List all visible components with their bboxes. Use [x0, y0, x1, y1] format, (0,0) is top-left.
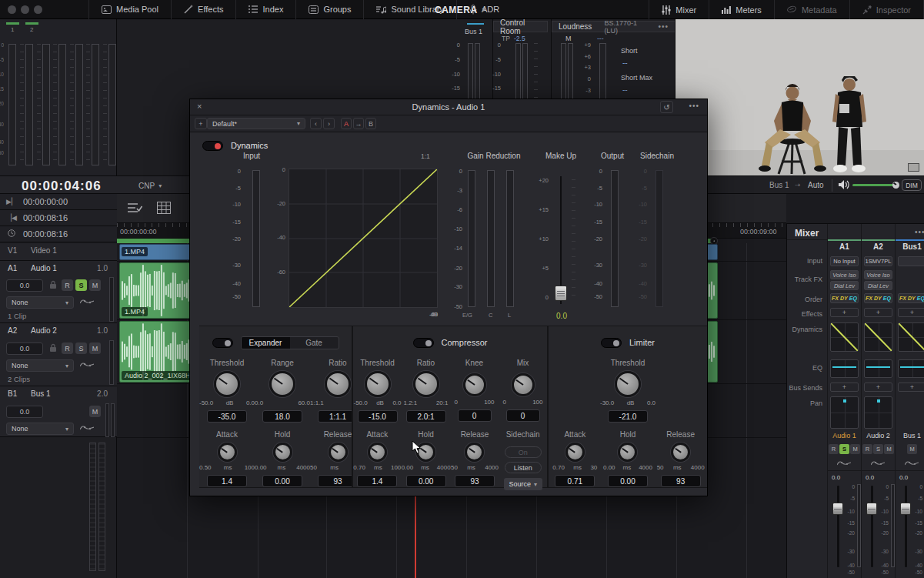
bus1-add-effect-button[interactable]: +: [898, 308, 924, 317]
bus1-fader-handle[interactable]: [900, 503, 911, 515]
a1-trackfx-diallev[interactable]: Dial Lev: [830, 281, 859, 290]
compressor-ratio-value[interactable]: 2.0:1: [406, 410, 446, 423]
window-close-button[interactable]: [8, 5, 16, 14]
a2-solo-button[interactable]: S: [873, 444, 883, 454]
track-header-b1[interactable]: B1 Bus 1 2.0: [0, 386, 117, 403]
limiter-hold-knob[interactable]: [618, 443, 637, 462]
expander-threshold-value[interactable]: -35.0: [207, 410, 247, 423]
expander-release-knob[interactable]: [329, 443, 348, 462]
sidechain-listen-button[interactable]: Listen: [505, 462, 542, 473]
speaker-icon[interactable]: [839, 179, 850, 192]
compressor-ratio-knob[interactable]: [413, 371, 439, 397]
compressor-mix-knob[interactable]: [512, 373, 535, 396]
next-preset-button[interactable]: ›: [323, 118, 335, 129]
loudness-tab[interactable]: Loudness BS.1770-1 (LU) •••: [552, 21, 675, 32]
compressor-threshold-knob[interactable]: [365, 371, 391, 397]
track-list-icon[interactable]: [128, 202, 143, 215]
b1-plugin-dropdown[interactable]: None▾: [6, 423, 74, 435]
a1-solo-button[interactable]: S: [75, 279, 87, 291]
limiter-release-value[interactable]: 93: [661, 475, 701, 487]
track-header-a2[interactable]: A2 Audio 2 1.0: [0, 323, 117, 340]
limiter-release-knob[interactable]: [671, 443, 690, 462]
media-pool-button[interactable]: Media Pool: [88, 0, 171, 19]
expander-attack-knob[interactable]: [218, 443, 237, 462]
bus1-eq-thumbnail[interactable]: [898, 359, 924, 378]
b1-gain-field[interactable]: 0.0: [6, 406, 43, 418]
a1-eq-thumbnail[interactable]: [830, 359, 859, 378]
automation-curve-icon[interactable]: [80, 298, 94, 307]
a1-record-button[interactable]: R: [829, 444, 839, 454]
compressor-threshold-value[interactable]: -15.0: [358, 410, 398, 423]
a1-bus-send-button[interactable]: +: [830, 383, 859, 392]
monitor-mode-label[interactable]: Auto: [808, 181, 824, 189]
expander-threshold-knob[interactable]: [214, 371, 240, 397]
limiter-hold-value[interactable]: 0.00: [608, 475, 648, 487]
automation-curve-icon[interactable]: [837, 459, 851, 469]
limiter-threshold-value[interactable]: -21.0: [608, 410, 648, 423]
compressor-mix-value[interactable]: 0: [506, 409, 540, 422]
add-preset-button[interactable]: +: [195, 118, 207, 129]
a2-fader-value[interactable]: 0.0: [866, 474, 874, 481]
expander-hold-knob[interactable]: [273, 443, 292, 462]
ab-compare-b-button[interactable]: B: [365, 118, 376, 129]
compressor-enable-toggle[interactable]: [413, 338, 434, 348]
sidechain-source-dropdown[interactable]: Source▾: [504, 478, 542, 490]
bus1-order-cell[interactable]: FXDYEQ: [898, 293, 924, 303]
limiter-attack-knob[interactable]: [565, 443, 585, 462]
a1-fader-handle[interactable]: [832, 503, 843, 515]
monitor-volume-slider[interactable]: [852, 184, 897, 186]
makeup-value[interactable]: 0.0: [550, 312, 573, 320]
a2-dynamics-thumbnail[interactable]: [864, 322, 892, 352]
compressor-knee-knob[interactable]: [463, 373, 486, 396]
inspector-toggle-button[interactable]: Inspector: [849, 0, 924, 19]
bus1-name[interactable]: Bus 1: [896, 432, 924, 439]
ab-compare-a-button[interactable]: A: [341, 118, 352, 129]
a2-name[interactable]: Audio 2: [862, 432, 895, 439]
dynamics-enable-toggle[interactable]: [202, 141, 223, 151]
a1-order-cell[interactable]: FXDYEQ: [830, 293, 859, 303]
meters-toggle-button[interactable]: Meters: [709, 0, 774, 19]
bus1-fader-track[interactable]: [905, 486, 907, 567]
a1-mute-button[interactable]: M: [89, 279, 101, 291]
lock-icon[interactable]: [49, 343, 57, 354]
sidechain-on-button[interactable]: On: [505, 446, 542, 458]
index-button[interactable]: Index: [235, 0, 295, 19]
dialog-titlebar[interactable]: × Dynamics - Audio 1 ↺ •••: [190, 99, 707, 115]
limiter-threshold-knob[interactable]: [615, 371, 641, 397]
automation-curve-icon[interactable]: [80, 361, 94, 370]
a1-solo-button[interactable]: S: [839, 444, 849, 454]
bus1-fader-value[interactable]: 0.0: [899, 474, 908, 481]
a2-input-select[interactable]: 1SMV7PL: [864, 256, 892, 266]
compressor-release-value[interactable]: 93: [455, 475, 495, 487]
expander-attack-value[interactable]: 1.4: [207, 475, 247, 487]
expander-enable-toggle[interactable]: [212, 338, 233, 348]
a1-add-effect-button[interactable]: +: [830, 308, 859, 317]
bus1-input-select[interactable]: [898, 256, 924, 266]
limiter-enable-toggle[interactable]: [601, 338, 622, 348]
effects-button[interactable]: Effects: [171, 0, 235, 19]
bus1-mute-button[interactable]: M: [907, 444, 917, 454]
a1-plugin-dropdown[interactable]: None▾: [6, 296, 74, 309]
mixer-strip-bus1[interactable]: Bus1 FXDYEQ + + Bus 1 M 0.0 0-5-10-15-20…: [895, 224, 924, 578]
a1-gain-field[interactable]: 0.0: [6, 279, 43, 292]
a2-plugin-dropdown[interactable]: None▾: [6, 359, 74, 372]
a1-name[interactable]: Audio 1: [828, 432, 861, 439]
a2-pan-thumbnail[interactable]: [864, 396, 892, 429]
expander-range-value[interactable]: 18.0: [262, 410, 302, 423]
a2-mute-button[interactable]: M: [89, 342, 101, 354]
options-menu-icon[interactable]: •••: [689, 102, 699, 110]
compressor-knee-value[interactable]: 0: [458, 409, 492, 422]
automation-curve-icon[interactable]: [871, 459, 885, 469]
groups-button[interactable]: Groups: [295, 0, 363, 19]
a2-bus-send-button[interactable]: +: [864, 383, 892, 392]
a1-record-arm-button[interactable]: R: [62, 279, 73, 291]
loudness-menu-icon[interactable]: •••: [658, 22, 669, 31]
compressor-hold-value[interactable]: 0.00: [406, 475, 446, 487]
control-room-tab[interactable]: Control Room: [493, 21, 548, 32]
window-minimize-button[interactable]: [21, 5, 29, 14]
compressor-attack-knob[interactable]: [368, 443, 387, 462]
b1-mute-button[interactable]: M: [89, 406, 101, 417]
metadata-toggle-button[interactable]: Metadata: [774, 0, 849, 19]
a2-solo-button[interactable]: S: [75, 342, 87, 354]
grid-view-icon[interactable]: [157, 202, 171, 215]
